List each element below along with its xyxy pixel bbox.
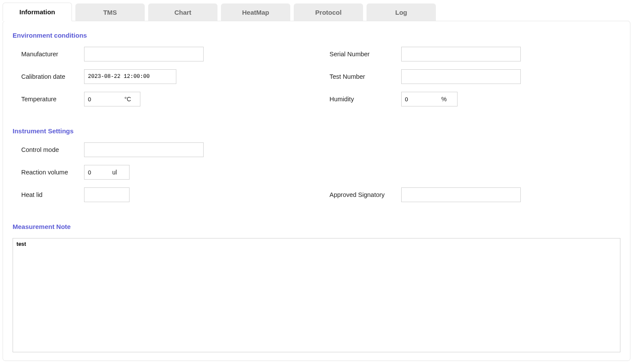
- tab-heatmap[interactable]: HeatMap: [221, 3, 290, 21]
- temperature-input-wrap: °C: [84, 92, 140, 106]
- manufacturer-label: Manufacturer: [21, 51, 84, 58]
- humidity-input-wrap: %: [401, 92, 458, 106]
- measurement-note-textarea[interactable]: [13, 238, 620, 352]
- approved-signatory-label: Approved Signatory: [330, 191, 401, 198]
- temperature-input[interactable]: [84, 92, 123, 106]
- approved-signatory-input[interactable]: [401, 187, 521, 202]
- test-number-label: Test Number: [330, 73, 401, 80]
- section-environment: Environment conditions Manufacturer Seri…: [13, 32, 620, 114]
- calibration-date-label: Calibration date: [21, 73, 84, 80]
- control-mode-label: Control mode: [21, 146, 84, 153]
- heat-lid-input[interactable]: [84, 187, 130, 202]
- information-panel: Environment conditions Manufacturer Seri…: [3, 21, 630, 361]
- heat-lid-label: Heat lid: [21, 191, 84, 198]
- reaction-volume-unit: ul: [110, 169, 121, 176]
- tab-chart[interactable]: Chart: [148, 3, 217, 21]
- reaction-volume-input-wrap: ul: [84, 165, 130, 180]
- section-title-note: Measurement Note: [13, 223, 620, 230]
- temperature-label: Temperature: [21, 96, 84, 103]
- serial-number-input[interactable]: [401, 47, 521, 61]
- tab-tms[interactable]: TMS: [75, 3, 145, 21]
- tab-protocol[interactable]: Protocol: [294, 3, 363, 21]
- reaction-volume-input[interactable]: [84, 165, 110, 179]
- humidity-label: Humidity: [330, 96, 401, 103]
- section-title-environment: Environment conditions: [13, 32, 620, 39]
- section-title-instrument: Instrument Settings: [13, 127, 620, 135]
- test-number-input[interactable]: [401, 69, 521, 84]
- section-instrument: Instrument Settings Control mode Reactio…: [13, 127, 620, 210]
- temperature-unit: °C: [123, 96, 136, 103]
- tab-information[interactable]: Information: [3, 3, 72, 21]
- section-note: Measurement Note: [13, 223, 620, 354]
- serial-number-label: Serial Number: [330, 51, 401, 58]
- tab-bar: Information TMS Chart HeatMap Protocol L…: [0, 0, 633, 21]
- tab-log[interactable]: Log: [367, 3, 436, 21]
- control-mode-input[interactable]: [84, 142, 204, 157]
- manufacturer-input[interactable]: [84, 47, 204, 61]
- humidity-input[interactable]: [402, 92, 440, 106]
- humidity-unit: %: [440, 96, 451, 103]
- reaction-volume-label: Reaction volume: [21, 169, 84, 176]
- calibration-date-input[interactable]: [84, 69, 176, 84]
